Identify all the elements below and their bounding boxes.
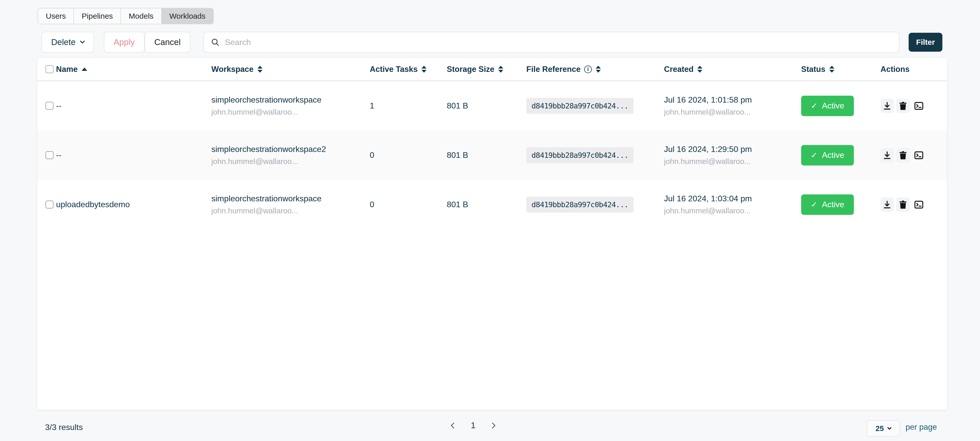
created-cell: Jul 16 2024, 1:01:58 pm john.hummel@wall… — [664, 81, 752, 130]
apply-button[interactable]: Apply — [104, 32, 145, 53]
next-page-button[interactable] — [490, 422, 496, 428]
sort-icon — [498, 66, 503, 73]
actions-cell — [880, 180, 926, 229]
search-icon — [211, 38, 220, 47]
status-label: Active — [822, 151, 844, 160]
column-header-storage-size[interactable]: Storage Size — [447, 58, 503, 81]
previous-page-button[interactable] — [450, 422, 457, 428]
workspace-name: simpleorchestrationworkspace — [212, 194, 321, 203]
name-cell: uploadedbytesdemo — [56, 180, 130, 229]
workspace-owner: john.hummel@wallaroo... — [212, 157, 298, 166]
column-header-status[interactable]: Status — [801, 58, 834, 81]
select-all-cell — [46, 58, 56, 81]
name-cell: -- — [56, 81, 61, 130]
column-header-created-label: Created — [664, 65, 694, 74]
trash-icon — [898, 200, 908, 210]
column-header-actions: Actions — [880, 58, 910, 81]
active-tasks-value: 0 — [370, 200, 374, 209]
file-reference-cell: d8419bbb28a997c0b424... — [527, 130, 633, 180]
download-button[interactable] — [880, 148, 894, 162]
file-reference-chip[interactable]: d8419bbb28a997c0b424... — [527, 197, 633, 213]
row-select-cell — [46, 130, 54, 180]
storage-size-value: 801 B — [447, 151, 468, 160]
column-header-name-label: Name — [56, 65, 78, 74]
row-checkbox[interactable] — [46, 201, 54, 208]
workload-name: -- — [56, 101, 61, 111]
results-count: 3/3 results — [45, 423, 83, 432]
workload-name: -- — [56, 151, 61, 160]
cancel-button-label: Cancel — [154, 37, 181, 47]
tab-users[interactable]: Users — [38, 8, 74, 24]
workspace-owner: john.hummel@wallaroo... — [212, 206, 298, 215]
trash-icon — [898, 101, 908, 111]
delete-row-button[interactable] — [896, 99, 910, 113]
column-header-workspace[interactable]: Workspace — [212, 58, 262, 81]
sort-icon — [258, 66, 262, 73]
storage-size-cell: 801 B — [447, 130, 468, 180]
info-icon[interactable]: i — [584, 65, 592, 73]
tab-workloads[interactable]: Workloads — [162, 8, 213, 24]
actions-cell — [880, 81, 926, 130]
row-checkbox[interactable] — [46, 151, 54, 159]
table-row: -- simpleorchestrationworkspace2 john.hu… — [37, 130, 947, 180]
download-icon — [882, 150, 892, 160]
created-by: john.hummel@wallaroo... — [664, 108, 751, 116]
status-label: Active — [822, 200, 844, 209]
logs-terminal-button[interactable] — [912, 148, 926, 162]
search-input[interactable] — [225, 38, 892, 47]
sort-icon — [422, 66, 426, 73]
status-badge[interactable]: ✓ Active — [801, 194, 854, 215]
status-label: Active — [822, 101, 844, 111]
tab-models[interactable]: Models — [121, 8, 162, 24]
delete-row-button[interactable] — [896, 197, 910, 212]
per-page-label: per page — [905, 423, 937, 432]
column-header-active-tasks[interactable]: Active Tasks — [370, 58, 426, 81]
status-cell: ✓ Active — [801, 180, 854, 229]
column-header-workspace-label: Workspace — [212, 65, 254, 74]
file-reference-cell: d8419bbb28a997c0b424... — [527, 180, 633, 229]
storage-size-value: 801 B — [447, 101, 468, 111]
sort-icon — [697, 66, 702, 73]
column-header-file-reference[interactable]: File Reference i — [527, 58, 601, 81]
download-icon — [882, 200, 892, 210]
column-header-created[interactable]: Created — [664, 58, 702, 81]
table-row: -- simpleorchestrationworkspace john.hum… — [37, 81, 947, 130]
filter-button[interactable]: Filter — [908, 33, 942, 52]
trash-icon — [898, 150, 908, 160]
tab-pipelines[interactable]: Pipelines — [74, 8, 121, 24]
cancel-button[interactable]: Cancel — [145, 32, 190, 53]
select-all-checkbox[interactable] — [46, 65, 54, 73]
workspace-cell: simpleorchestrationworkspace2 john.humme… — [212, 130, 326, 180]
column-header-actions-label: Actions — [880, 65, 910, 74]
file-reference-chip[interactable]: d8419bbb28a997c0b424... — [527, 98, 633, 114]
row-select-cell — [46, 81, 54, 130]
per-page-select[interactable]: 25 — [867, 420, 900, 437]
sort-icon — [829, 66, 834, 73]
download-button[interactable] — [880, 197, 894, 212]
created-timestamp: Jul 16 2024, 1:01:58 pm — [664, 95, 752, 105]
storage-size-cell: 801 B — [447, 180, 468, 229]
delete-row-button[interactable] — [896, 148, 910, 162]
row-checkbox[interactable] — [46, 102, 54, 110]
current-page-number[interactable]: 1 — [471, 420, 476, 430]
pagination: 1 — [452, 420, 495, 430]
delete-button[interactable]: Delete — [41, 32, 94, 53]
status-cell: ✓ Active — [801, 81, 854, 130]
table-header-row: Name Workspace Active Tasks Storage Size… — [37, 58, 947, 81]
created-cell: Jul 16 2024, 1:29:50 pm john.hummel@wall… — [664, 130, 752, 180]
search-box — [204, 32, 899, 53]
column-header-name[interactable]: Name — [56, 58, 87, 81]
file-reference-chip[interactable]: d8419bbb28a997c0b424... — [527, 148, 633, 163]
created-timestamp: Jul 16 2024, 1:29:50 pm — [664, 144, 752, 154]
download-button[interactable] — [880, 99, 894, 113]
terminal-icon — [914, 150, 924, 160]
logs-terminal-button[interactable] — [912, 99, 926, 113]
status-badge[interactable]: ✓ Active — [801, 96, 854, 116]
workspace-owner: john.hummel@wallaroo... — [212, 108, 298, 116]
logs-terminal-button[interactable] — [912, 197, 926, 212]
created-cell: Jul 16 2024, 1:03:04 pm john.hummel@wall… — [664, 180, 752, 229]
check-icon: ✓ — [811, 200, 817, 209]
column-header-active-tasks-label: Active Tasks — [370, 65, 418, 74]
workspace-name: simpleorchestrationworkspace — [212, 95, 321, 105]
status-badge[interactable]: ✓ Active — [801, 145, 854, 165]
